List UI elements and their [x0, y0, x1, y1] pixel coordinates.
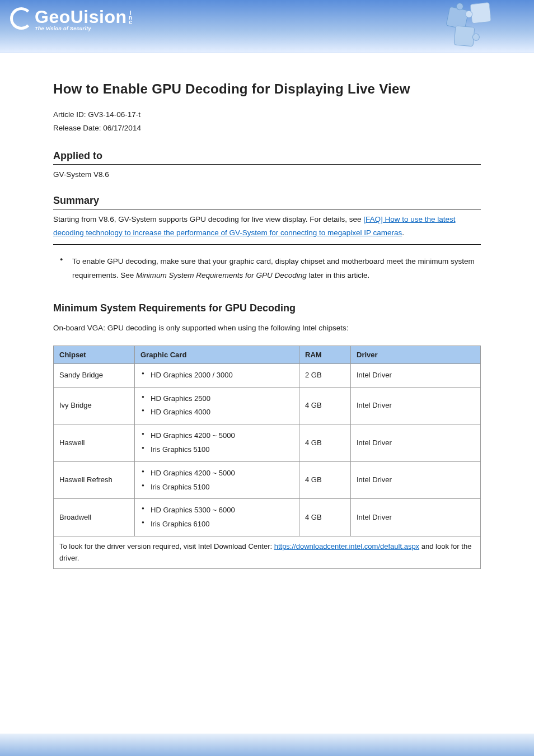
meta-id-value: GV3-14-06-17-t — [88, 110, 140, 119]
applied-to-label: Applied to — [53, 150, 481, 162]
cell-driver: Intel Driver — [351, 499, 481, 536]
requirements-heading: Minimum System Requirements for GPU Deco… — [53, 302, 481, 314]
cell-gpu: HD Graphics 2000 / 3000 — [135, 363, 299, 387]
cell-chipset: Ivy Bridge — [54, 387, 135, 424]
cell-gpu: HD Graphics 4200 ~ 5000 Iris Graphics 51… — [135, 424, 299, 462]
logo-inc: Inc — [128, 10, 134, 24]
gpu-item: HD Graphics 2500 — [148, 392, 293, 406]
table-row: Haswell Refresh HD Graphics 4200 ~ 5000 … — [54, 461, 481, 499]
divider — [53, 209, 481, 209]
cell-gpu: HD Graphics 2500 HD Graphics 4000 — [135, 387, 299, 424]
table-note-row: To look for the driver version required,… — [54, 536, 481, 569]
gpu-item: Iris Graphics 5100 — [148, 443, 293, 457]
gpu-item: HD Graphics 4200 ~ 5000 — [148, 466, 293, 480]
gpu-item: HD Graphics 2000 / 3000 — [148, 368, 293, 382]
brand-logo: GeoUision Inc The Vision of Security — [10, 6, 134, 31]
logo-mark-icon — [10, 7, 32, 30]
table-row: Haswell HD Graphics 4200 ~ 5000 Iris Gra… — [54, 424, 481, 462]
cell-ram: 4 GB — [299, 387, 351, 424]
cell-gpu: HD Graphics 5300 ~ 6000 Iris Graphics 61… — [135, 499, 299, 536]
gpu-item: Iris Graphics 6100 — [148, 517, 293, 531]
doc-title: How to Enable GPU Decoding for Displayin… — [53, 81, 481, 97]
meta-date-label: Release Date: — [53, 124, 101, 132]
cell-ram: 4 GB — [299, 461, 351, 499]
cell-driver: Intel Driver — [351, 424, 481, 462]
document-body: How to Enable GPU Decoding for Displayin… — [0, 53, 534, 569]
col-chipset: Chipset — [54, 346, 135, 363]
doc-meta: Article ID: GV3-14-06-17-t Release Date:… — [53, 108, 481, 136]
table-row: Sandy Bridge HD Graphics 2000 / 3000 2 G… — [54, 363, 481, 387]
gpu-item: HD Graphics 4200 ~ 5000 — [148, 429, 293, 443]
cell-ram: 4 GB — [299, 424, 351, 462]
col-gpu: Graphic Card — [135, 346, 299, 363]
summary-pre: Starting from V8.6, GV-System supports G… — [53, 215, 363, 223]
cell-driver: Intel Driver — [351, 387, 481, 424]
logo-text: GeoUision — [35, 7, 127, 27]
bullet-text-post: later in this article. — [308, 271, 369, 279]
cell-driver: Intel Driver — [351, 461, 481, 499]
cell-gpu: HD Graphics 4200 ~ 5000 Iris Graphics 51… — [135, 461, 299, 499]
divider — [53, 164, 481, 165]
cell-ram: 2 GB — [299, 363, 351, 387]
svg-point-5 — [472, 34, 480, 41]
table-header-row: Chipset Graphic Card RAM Driver — [54, 346, 481, 363]
requirements-intro: On-board VGA: GPU decoding is only suppo… — [53, 321, 481, 335]
svg-rect-4 — [454, 26, 475, 46]
driver-note-pre: To look for the driver version required,… — [59, 542, 274, 550]
summary-text: Starting from V8.6, GV-System supports G… — [53, 213, 481, 240]
meta-id-label: Article ID: — [53, 110, 86, 119]
table-row: Ivy Bridge HD Graphics 2500 HD Graphics … — [54, 387, 481, 424]
gpu-item: Iris Graphics 5100 — [148, 480, 293, 494]
col-ram: RAM — [299, 346, 351, 363]
page-footer-bar — [0, 734, 534, 756]
applied-to-value: GV-System V8.6 — [53, 168, 481, 181]
table-row: Broadwell HD Graphics 5300 ~ 6000 Iris G… — [54, 499, 481, 536]
cell-chipset: Haswell — [54, 424, 135, 462]
page-header: GeoUision Inc The Vision of Security — [0, 0, 534, 53]
cell-chipset: Broadwell — [54, 499, 135, 536]
cell-ram: 4 GB — [299, 499, 351, 536]
puzzle-icon — [433, 2, 512, 53]
gpu-item: HD Graphics 4000 — [148, 405, 293, 419]
gpu-item: HD Graphics 5300 ~ 6000 — [148, 503, 293, 517]
requirements-table: Chipset Graphic Card RAM Driver Sandy Br… — [53, 346, 481, 570]
summary-bullet-list: To enable GPU decoding, make sure that y… — [53, 255, 481, 282]
summary-label: Summary — [53, 195, 481, 207]
col-driver: Driver — [351, 346, 481, 363]
cell-chipset: Haswell Refresh — [54, 461, 135, 499]
divider — [53, 244, 481, 245]
summary-period: . — [402, 228, 404, 237]
svg-rect-2 — [470, 2, 491, 23]
cell-driver: Intel Driver — [351, 363, 481, 387]
summary-bullet-item: To enable GPU decoding, make sure that y… — [72, 255, 481, 282]
meta-date-value: 06/17/2014 — [103, 124, 141, 132]
bullet-text-emph: Minimum System Requirements for GPU Deco… — [136, 271, 307, 279]
cell-chipset: Sandy Bridge — [54, 363, 135, 387]
driver-note-cell: To look for the driver version required,… — [54, 536, 481, 569]
driver-download-link[interactable]: https://downloadcenter.intel.com/default… — [274, 542, 419, 550]
